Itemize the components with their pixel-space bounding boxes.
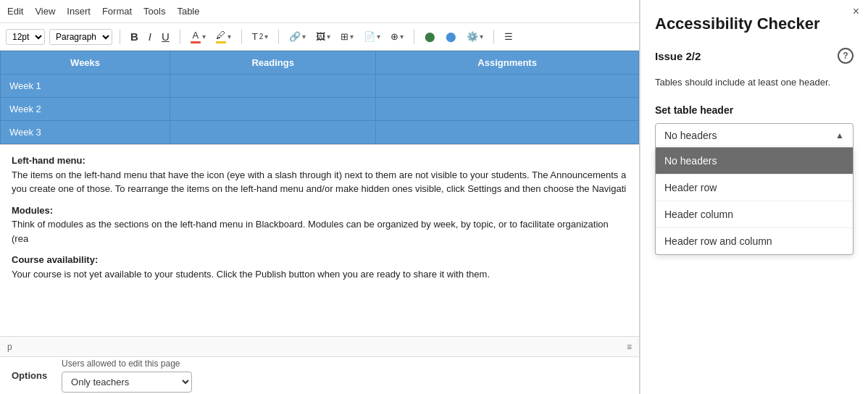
left-hand-menu-title: Left-hand menu: [12,155,85,166]
dropdown-menu: No headers Header row Header column Head… [655,148,854,255]
more-options-button[interactable]: ☰ [501,29,516,44]
dropdown-item-no-headers[interactable]: No headers [656,148,853,175]
image-button[interactable]: 🖼▾ [313,29,333,44]
font-color-chevron: ▾ [202,33,206,41]
bold-button[interactable]: B [128,28,141,45]
toolbar-sep-6 [493,30,494,44]
dropdown-selected-value[interactable]: No headers ▲ [655,123,854,148]
users-allowed-label: Users allowed to edit this page [62,359,192,369]
lms-button-1[interactable]: ⬤ [422,29,438,44]
html-tag: p [7,342,12,352]
menu-insert[interactable]: Insert [67,6,91,17]
paragraph-select[interactable]: Paragraph [49,29,112,45]
font-color-indicator: A [191,30,201,43]
issue-label: Issue 2/2 [655,50,701,62]
toolbar-sep-4 [278,30,279,44]
course-availability-section: Course availability: Your course is not … [12,253,627,281]
link-button[interactable]: 🔗▾ [286,29,309,44]
table-row: Week 3 [1,121,639,144]
highlight-chevron: ▾ [228,33,231,41]
menu-bar: Edit View Insert Format Tools Table [0,0,639,23]
modules-section: Modules: Think of modules as the section… [12,204,627,246]
toolbar-sep-2 [180,30,180,44]
header-type-dropdown[interactable]: No headers ▲ No headers Header row Heade… [655,123,854,148]
accessibility-panel: × Accessibility Checker Issue 2/2 ? Tabl… [640,0,868,394]
selected-label: No headers [664,130,717,141]
table-header-weeks[interactable]: Weeks [1,51,170,75]
toolbar: 12pt Paragraph B I U A ▾ 🖊 ▾ T [0,23,639,51]
editor-content: Weeks Readings Assignments Week 1 Week 2 [0,51,639,336]
modules-body: Think of modules as the sections on the … [12,219,609,244]
highlight-button[interactable]: 🖊 ▾ [213,28,234,46]
users-allowed-group: Users allowed to edit this page Only tea… [62,359,192,393]
menu-edit[interactable]: Edit [7,6,23,17]
table-cell-readings3[interactable] [170,121,376,144]
help-icon[interactable]: ? [838,48,854,64]
status-bar: p ≡ [0,336,639,356]
panel-title: Accessibility Checker [655,14,854,33]
table-cell-week2[interactable]: Week 2 [1,98,170,121]
menu-view[interactable]: View [35,6,55,17]
table-cell-assignments1[interactable] [376,75,639,98]
toolbar-sep-5 [414,30,414,44]
table-cell-assignments3[interactable] [376,121,639,144]
close-icon[interactable]: × [853,6,859,17]
table-cell-week3[interactable]: Week 3 [1,121,170,144]
options-label: Options [12,370,47,381]
table-header-assignments[interactable]: Assignments [376,51,639,75]
menu-table[interactable]: Table [177,6,199,17]
table-cell-assignments2[interactable] [376,98,639,121]
more-button[interactable]: ⊕▾ [388,29,406,44]
table-cell-week1[interactable]: Week 1 [1,75,170,98]
course-availability-title: Course availability: [12,254,98,265]
lms-button-3[interactable]: ⚙️▾ [464,29,486,44]
table-cell-readings1[interactable] [170,75,376,98]
table-wrapper: Weeks Readings Assignments Week 1 Week 2 [0,51,639,145]
table-header-readings[interactable]: Readings [170,51,376,75]
text-content: Left-hand menu: The items on the left-ha… [0,145,639,297]
table-row: Week 2 [1,98,639,121]
font-size-select[interactable]: 12pt [6,29,45,45]
content-table: Weeks Readings Assignments Week 1 Week 2 [0,51,639,144]
underline-button[interactable]: U [159,28,172,45]
word-count-icon: ≡ [627,342,632,352]
left-hand-menu-section: Left-hand menu: The items on the left-ha… [12,154,627,196]
chevron-up-icon: ▲ [835,130,844,141]
lms-button-2[interactable]: ⬤ [443,29,459,44]
issue-description: Tables should include at least one heade… [655,75,854,90]
table-cell-readings2[interactable] [170,98,376,121]
superscript-button[interactable]: T2▾ [249,29,272,44]
dropdown-item-header-column[interactable]: Header column [656,201,853,228]
table-header-row: Weeks Readings Assignments [1,51,639,75]
options-bar: Options Users allowed to edit this page … [0,356,639,394]
toolbar-sep-1 [120,30,120,44]
font-color-button[interactable]: A ▾ [188,28,209,46]
issue-row: Issue 2/2 ? [655,48,854,64]
menu-format[interactable]: Format [102,6,132,17]
highlight-indicator: 🖊 [216,30,226,43]
dropdown-item-header-row[interactable]: Header row [656,175,853,201]
font-size-group: 12pt [6,29,45,45]
toolbar-sep-3 [241,30,242,44]
panel-header: Accessibility Checker Issue 2/2 ? Tables… [640,0,868,123]
course-availability-body: Your course is not yet available to your… [12,269,490,280]
paragraph-group: Paragraph [49,29,112,45]
users-allowed-select[interactable]: Only teachers All users Admins only [62,372,192,393]
set-table-header-label: Set table header [655,104,854,116]
embed-button[interactable]: ⊞▾ [338,29,356,44]
menu-tools[interactable]: Tools [143,6,165,17]
table-row: Week 1 [1,75,639,98]
italic-button[interactable]: I [146,28,154,45]
content-button[interactable]: 📄▾ [361,29,383,44]
modules-title: Modules: [12,205,53,216]
left-hand-menu-body: The items on the left-hand menu that hav… [12,169,626,195]
dropdown-item-header-row-and-column[interactable]: Header row and column [656,228,853,254]
